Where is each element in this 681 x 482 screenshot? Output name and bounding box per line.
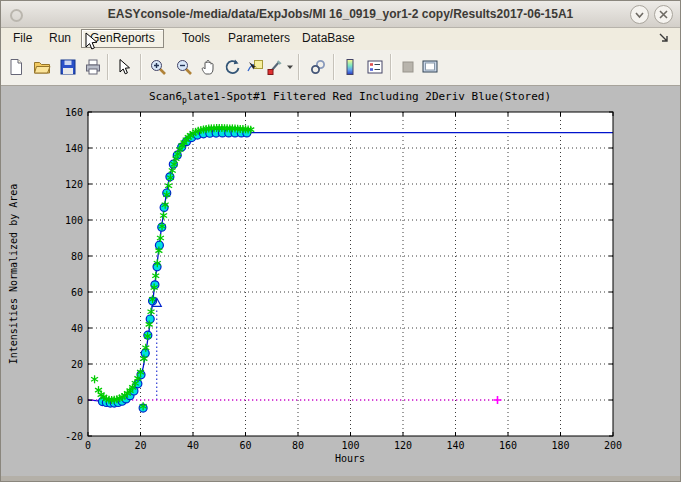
window-title: EASYconsole-/media/data/ExpJobs/MI 16_09…	[1, 1, 680, 27]
svg-text:60: 60	[71, 287, 83, 298]
chevron-down-icon	[634, 9, 645, 20]
close-icon	[658, 9, 669, 20]
show-plot-tools-button[interactable]	[419, 56, 441, 78]
menu-database[interactable]: DataBase	[298, 30, 359, 47]
window-bottom-border	[1, 476, 680, 481]
pan-button[interactable]	[197, 56, 219, 78]
colorbar-icon	[341, 58, 359, 76]
menu-file[interactable]: File	[9, 30, 36, 47]
svg-text:0: 0	[77, 395, 83, 406]
hide-plot-tools-icon	[399, 58, 417, 76]
svg-text:40: 40	[71, 323, 83, 334]
shade-button[interactable]	[630, 5, 649, 24]
svg-text:100: 100	[65, 215, 83, 226]
print-figure-button[interactable]	[82, 56, 104, 78]
caret-down-icon	[286, 63, 294, 71]
legend-icon	[366, 58, 384, 76]
printer-icon	[84, 58, 102, 76]
app-window: EASYconsole-/media/data/ExpJobs/MI 16_09…	[0, 0, 681, 482]
new-figure-button[interactable]	[5, 56, 27, 78]
x-axis-label: Hours	[335, 453, 365, 464]
plot-title: Scan6plate1-Spot#1 Filtered Red Includin…	[149, 90, 551, 105]
zoom-in-icon	[149, 58, 167, 76]
svg-text:140: 140	[65, 143, 83, 154]
insert-legend-button[interactable]	[364, 56, 386, 78]
toolbar	[1, 50, 680, 86]
svg-text:120: 120	[394, 440, 412, 451]
pointer-icon	[115, 58, 133, 76]
open-file-button[interactable]	[31, 56, 53, 78]
toolbar-separator	[140, 54, 142, 80]
menu-run[interactable]: Run	[45, 30, 75, 47]
data-cursor-icon	[246, 58, 264, 76]
svg-text:180: 180	[551, 440, 569, 451]
brush-data-button[interactable]	[266, 56, 284, 78]
insert-colorbar-button[interactable]	[339, 56, 361, 78]
y-axis-label: Intensities Normalized by Area	[8, 184, 19, 365]
data-cursor-button[interactable]	[244, 56, 266, 78]
svg-text:60: 60	[239, 440, 251, 451]
brush-icon	[266, 58, 284, 76]
chain-link-icon	[309, 58, 327, 76]
svg-text:80: 80	[71, 251, 83, 262]
toolbar-separator	[390, 54, 392, 80]
svg-text:200: 200	[604, 440, 622, 451]
toolbar-separator	[107, 54, 109, 80]
svg-text:160: 160	[499, 440, 517, 451]
rotate-icon	[223, 58, 241, 76]
svg-text:100: 100	[341, 440, 359, 451]
svg-text:80: 80	[292, 440, 304, 451]
open-folder-icon	[33, 58, 51, 76]
plot-svg[interactable]: 020406080100120140160180200-200204060801…	[3, 86, 678, 476]
menu-parameters[interactable]: Parameters	[224, 30, 294, 47]
pointer-button[interactable]	[113, 56, 135, 78]
save-icon	[59, 58, 77, 76]
figure-area[interactable]: 020406080100120140160180200-200204060801…	[3, 86, 678, 476]
show-plot-tools-icon	[421, 58, 439, 76]
link-plot-button[interactable]	[307, 56, 329, 78]
toolbar-separator	[333, 54, 335, 80]
rotate-3d-button[interactable]	[221, 56, 243, 78]
menu-bar: File Run GenReports Tools Parameters Dat…	[1, 28, 680, 50]
svg-text:0: 0	[85, 440, 91, 451]
svg-text:120: 120	[65, 179, 83, 190]
close-button[interactable]	[654, 5, 673, 24]
mouse-cursor	[85, 32, 98, 55]
title-bar[interactable]: EASYconsole-/media/data/ExpJobs/MI 16_09…	[1, 1, 680, 28]
menu-tools[interactable]: Tools	[178, 30, 214, 47]
new-document-icon	[7, 58, 25, 76]
svg-text:-20: -20	[65, 431, 83, 442]
toolbar-separator	[298, 54, 300, 80]
plot-canvas: 020406080100120140160180200-200204060801…	[65, 107, 622, 452]
brush-dropdown-button[interactable]	[285, 56, 295, 78]
svg-text:160: 160	[65, 107, 83, 118]
svg-text:20: 20	[134, 440, 146, 451]
save-figure-button[interactable]	[57, 56, 79, 78]
zoom-out-icon	[175, 58, 193, 76]
svg-text:20: 20	[71, 359, 83, 370]
undock-arrow-icon[interactable]	[658, 32, 670, 47]
zoom-out-button[interactable]	[173, 56, 195, 78]
hand-pan-icon	[199, 58, 217, 76]
hide-plot-tools-button[interactable]	[397, 56, 419, 78]
zoom-in-button[interactable]	[147, 56, 169, 78]
svg-text:40: 40	[187, 440, 199, 451]
svg-text:140: 140	[446, 440, 464, 451]
